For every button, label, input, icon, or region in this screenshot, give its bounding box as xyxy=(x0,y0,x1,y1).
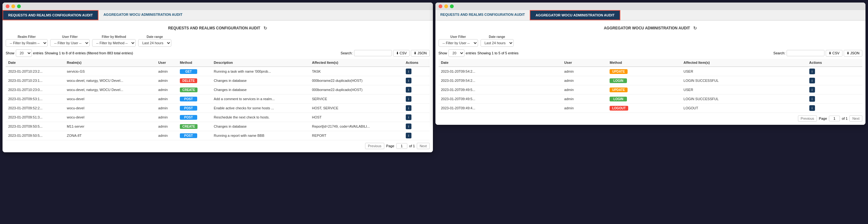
cell-realm: wocu-devel xyxy=(64,104,156,113)
prev-button-right[interactable]: Previous xyxy=(798,115,817,122)
right-refresh-icon[interactable]: ↻ xyxy=(693,26,697,31)
next-button-left[interactable]: Next xyxy=(417,143,430,149)
action-button[interactable]: i xyxy=(809,87,815,92)
date-range-select-left[interactable]: Last 24 hours xyxy=(138,39,171,47)
table-row: 2023-01-20T09:51:3... wocu-devel admin P… xyxy=(6,113,430,122)
cell-method: CREATE xyxy=(177,85,211,94)
method-badge: CREATE xyxy=(180,87,197,92)
cell-user: admin xyxy=(156,67,177,76)
csv-button-left[interactable]: ⬇ CSV xyxy=(393,50,410,57)
method-badge: LOGOUT xyxy=(610,106,628,111)
prev-button-left[interactable]: Previous xyxy=(365,143,384,149)
entries-info-right: Showing 1 to 5 of 5 entries xyxy=(477,51,518,55)
close-button-right[interactable] xyxy=(439,4,442,8)
close-button[interactable] xyxy=(6,4,9,8)
maximize-button[interactable] xyxy=(17,4,21,8)
right-filters: User Filter -- Filter by User -- Date ra… xyxy=(439,35,863,47)
col-affected-right: Affected Item(s) xyxy=(681,59,806,67)
cell-actions: i xyxy=(403,85,430,94)
user-filter-select-left[interactable]: -- Filter by User -- xyxy=(50,39,90,47)
action-button[interactable]: i xyxy=(406,114,411,120)
cell-description: Add a comment to services in a realm... xyxy=(211,94,310,104)
table-row: 2023-01-20T09:52:2... wocu-devel admin P… xyxy=(6,104,430,113)
of-label-left: of 1 xyxy=(409,144,415,148)
method-filter-select[interactable]: -- Filter by Method -- xyxy=(92,39,136,47)
cell-date: 2023-01-20T09:51:3... xyxy=(6,113,64,122)
cell-method: POST xyxy=(177,104,211,113)
action-button[interactable]: i xyxy=(406,96,411,102)
cell-method: LOGIN xyxy=(607,94,681,104)
json-button-left[interactable]: ⬇ JSON xyxy=(411,50,429,57)
cell-affected: HOST, SERVICE xyxy=(310,104,403,113)
left-title-bar xyxy=(2,2,433,10)
date-range-label-right: Date range xyxy=(480,35,514,38)
cell-description: Running a task with name '000prob... xyxy=(211,67,310,76)
cell-date: 2023-01-20T09:49:5... xyxy=(439,94,562,104)
col-actions-left: Actions xyxy=(403,59,430,67)
col-description: Description xyxy=(211,59,310,67)
action-button[interactable]: i xyxy=(809,68,815,74)
action-button[interactable]: i xyxy=(406,78,411,83)
next-button-right[interactable]: Next xyxy=(849,115,862,122)
json-button-right[interactable]: ⬇ JSON xyxy=(844,50,862,57)
realm-filter-label: Realm Filter xyxy=(6,35,48,38)
cell-actions: i xyxy=(403,94,430,104)
cell-actions: i xyxy=(403,67,430,76)
table-row: 2023-01-20T09:49:4... admin LOGOUT LOGOU… xyxy=(439,104,863,113)
tab-aggregator-left[interactable]: AGGREGATOR WOCU ADMINISTRATION AUDIT xyxy=(98,10,187,20)
tab-requests-realms-right[interactable]: REQUESTS AND REALMS CONFIGURATION AUDIT xyxy=(435,10,530,20)
cell-actions: i xyxy=(403,113,430,122)
user-filter-group-right: User Filter -- Filter by User -- xyxy=(439,35,478,47)
cell-date: 2023-01-20T10:23:0... xyxy=(6,85,64,94)
table-row: 2023-01-20T09:50:5... ZONA-8T admin POST… xyxy=(6,131,430,140)
user-filter-select-right[interactable]: -- Filter by User -- xyxy=(439,39,478,47)
left-window: REQUESTS AND REALMS CONFIGURATION AUDIT … xyxy=(2,2,433,152)
action-button[interactable]: i xyxy=(809,105,815,111)
col-user-left: User xyxy=(156,59,177,67)
tab-aggregator-right[interactable]: AGGREGATOR WOCU ADMINISTRATION AUDIT xyxy=(530,10,620,20)
action-button[interactable]: i xyxy=(406,105,411,111)
cell-affected: LOGIN SUCCESSFUL xyxy=(681,94,806,104)
cell-affected: USER xyxy=(681,85,806,94)
table-row: 2023-01-20T09:49:5... admin LOGIN LOGIN … xyxy=(439,94,863,104)
left-refresh-icon[interactable]: ↻ xyxy=(264,26,267,31)
cell-user: admin xyxy=(562,94,607,104)
cell-date: 2023-01-20T09:54:2... xyxy=(439,67,562,76)
action-button[interactable]: i xyxy=(406,123,411,129)
tab-requests-realms-left[interactable]: REQUESTS AND REALMS CONFIGURATION AUDIT xyxy=(2,10,98,20)
show-label-right: Show xyxy=(439,51,447,55)
entries-select-left[interactable]: 20 xyxy=(16,49,32,57)
page-input-left[interactable] xyxy=(396,143,407,149)
col-method-left: Method xyxy=(177,59,211,67)
right-pagination: Previous Page of 1 Next xyxy=(439,115,863,122)
action-button[interactable]: i xyxy=(406,68,411,74)
method-filter-label: Filter by Method xyxy=(92,35,136,38)
method-badge: LOGIN xyxy=(610,78,627,83)
method-badge: UPDATE xyxy=(610,87,627,92)
action-button[interactable]: i xyxy=(406,87,411,92)
search-input-right[interactable] xyxy=(786,50,825,56)
page-input-right[interactable] xyxy=(829,116,840,121)
cell-affected: HOST xyxy=(310,113,403,122)
table-row: 2023-01-20T09:49:5... admin UPDATE USER … xyxy=(439,85,863,94)
cell-user: admin xyxy=(156,122,177,131)
cell-date: 2023-01-20T09:49:4... xyxy=(439,104,562,113)
action-button[interactable]: i xyxy=(809,78,815,83)
csv-button-right[interactable]: ⬇ CSV xyxy=(826,50,842,57)
cell-actions: i xyxy=(403,76,430,85)
cell-user: admin xyxy=(562,85,607,94)
entries-select-right[interactable]: 20 xyxy=(448,49,464,57)
date-range-select-right[interactable]: Last 24 hours xyxy=(480,39,514,47)
action-button[interactable]: i xyxy=(406,133,411,138)
cell-user: admin xyxy=(562,67,607,76)
maximize-button-right[interactable] xyxy=(450,4,454,8)
col-date-left: Date xyxy=(6,59,64,67)
cell-date: 2023-01-20T10:23:1... xyxy=(6,76,64,85)
minimize-button[interactable] xyxy=(11,4,15,8)
realm-filter-select[interactable]: -- Filter by Realm -- xyxy=(6,39,48,47)
cell-description: Enable active checks for some hosts ... xyxy=(211,104,310,113)
action-button[interactable]: i xyxy=(809,96,815,102)
minimize-button-right[interactable] xyxy=(444,4,448,8)
method-badge: POST xyxy=(180,115,197,120)
search-input-left[interactable] xyxy=(354,50,392,56)
